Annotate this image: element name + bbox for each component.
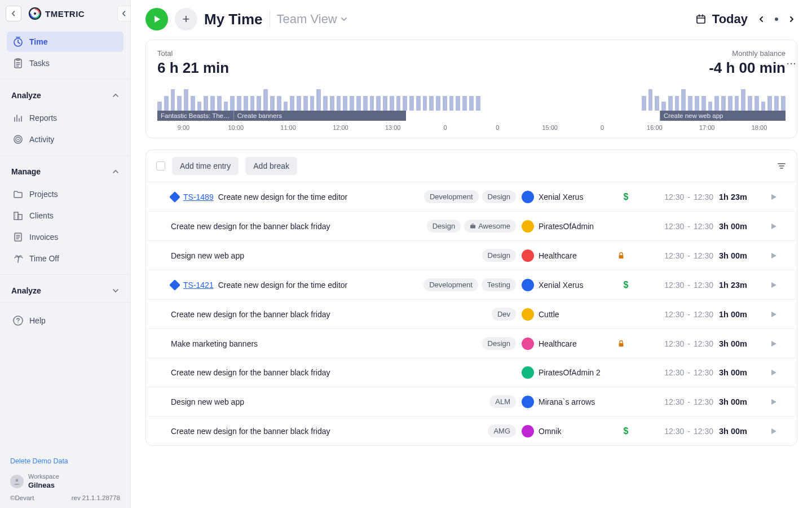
version: rev 21.1.1.28778	[72, 494, 120, 501]
today-label: Today	[712, 12, 748, 27]
entry-play-button[interactable]	[770, 369, 787, 376]
sidebar-item-time[interactable]: Time	[7, 32, 123, 52]
tag[interactable]: Development	[424, 190, 479, 203]
add-button[interactable]: +	[175, 8, 197, 30]
tag[interactable]: Awesome	[464, 220, 516, 233]
back-button[interactable]	[6, 6, 21, 21]
project[interactable]: PiratesOfAdmin 2	[522, 366, 612, 379]
timeline-track[interactable]: Create new web app	[660, 111, 785, 121]
time-range[interactable]: 12:30-12:30	[640, 368, 713, 377]
entry-row[interactable]: Create new design for the banner black f…	[146, 358, 797, 387]
sidebar-item-reports[interactable]: Reports	[7, 108, 123, 128]
svg-rect-14	[697, 16, 705, 23]
entry-row[interactable]: Create new design for the banner black f…	[146, 416, 797, 445]
balance-label: Monthly balance	[709, 49, 785, 58]
select-all-checkbox[interactable]	[156, 161, 165, 170]
project[interactable]: Cuttle	[522, 308, 612, 321]
entry-row[interactable]: Create new design for the banner black f…	[146, 211, 797, 240]
project[interactable]: Mirana`s arrows	[522, 396, 612, 408]
project[interactable]: PiratesOfAdmin	[522, 220, 612, 233]
entry-row[interactable]: TS-1489 Create new design for the time e…	[146, 182, 797, 211]
section-analyze2[interactable]: Analyze	[0, 278, 130, 299]
project-color	[522, 279, 534, 291]
entry-row[interactable]: TS-1421 Create new design for the time e…	[146, 270, 797, 299]
lock-icon	[617, 340, 634, 347]
tags: ALM	[489, 395, 516, 408]
tag[interactable]: Testing	[482, 278, 516, 291]
entry-row[interactable]: Design new web app ALM Mirana`s arrows 1…	[146, 387, 797, 416]
sort-button[interactable]	[776, 161, 787, 171]
project[interactable]: Xenial Xerus	[522, 279, 612, 291]
sidebar-item-projects[interactable]: Projects	[7, 184, 123, 204]
nav-label: Reports	[29, 113, 57, 122]
ticket-link[interactable]: TS-1489	[183, 192, 214, 202]
collapse-sidebar-button[interactable]	[117, 6, 131, 21]
dot-separator	[775, 17, 778, 21]
tag[interactable]: Design	[482, 249, 516, 262]
delete-demo-link[interactable]: Delete Demo Data	[10, 457, 68, 465]
project-color	[522, 366, 534, 379]
entry-row[interactable]: Create new design for the banner black f…	[146, 299, 797, 329]
tag[interactable]: Design	[482, 337, 516, 350]
project[interactable]: Healthcare	[522, 338, 612, 350]
entry-play-button[interactable]	[770, 222, 787, 230]
time-range[interactable]: 12:30-12:30	[640, 310, 713, 319]
entry-play-button[interactable]	[770, 398, 787, 406]
sidebar-item-time-off[interactable]: Time Off	[7, 248, 123, 269]
time-range[interactable]: 12:30-12:30	[640, 251, 713, 260]
section-analyze[interactable]: Analyze	[0, 83, 130, 103]
entry-row[interactable]: Design new web app Design Healthcare 12:…	[146, 240, 797, 270]
entry-play-button[interactable]	[770, 340, 787, 348]
entry-play-button[interactable]	[770, 310, 787, 318]
entry-play-button[interactable]	[770, 427, 787, 435]
ticket-link[interactable]: TS-1421	[183, 281, 214, 290]
time-range[interactable]: 12:30-12:30	[640, 281, 713, 290]
entry-play-button[interactable]	[770, 252, 787, 260]
workspace-selector[interactable]: Workspace Gilneas	[10, 473, 120, 490]
timeline-track[interactable]: Fantastic Beasts: The Crimes...	[157, 111, 233, 121]
entry-title: Design new web app	[171, 397, 244, 406]
time-range[interactable]: 12:30-12:30	[640, 427, 713, 436]
project[interactable]: Healthcare	[522, 249, 612, 262]
tag[interactable]: Dev	[492, 308, 516, 321]
entry-title: Create new design for the banner black f…	[171, 310, 330, 319]
sidebar-item-tasks[interactable]: Tasks	[7, 53, 123, 73]
time-range[interactable]: 12:30-12:30	[640, 397, 713, 406]
add-break-button[interactable]: Add break	[245, 157, 297, 175]
total-block: Total 6 h 21 min	[157, 49, 229, 77]
billable: $	[617, 192, 634, 202]
add-time-entry-button[interactable]: Add time entry	[172, 157, 239, 175]
next-day-button[interactable]	[786, 14, 797, 25]
prev-day-button[interactable]	[756, 14, 767, 25]
main-content: + My Time Team View Today Total 6 h 21 m…	[131, 0, 812, 508]
project[interactable]: Omnik	[522, 425, 612, 437]
entry-row[interactable]: Make marketing banners Design Healthcare…	[146, 329, 797, 358]
timeline-track[interactable]: Create banners	[233, 111, 407, 121]
nav-label: Projects	[29, 190, 58, 199]
team-view-dropdown[interactable]: Team View	[277, 12, 347, 27]
sidebar-item-invoices[interactable]: Invoices	[7, 227, 123, 247]
more-menu-button[interactable]: ···	[783, 56, 800, 72]
tag[interactable]: AMG	[488, 424, 516, 437]
play-icon	[152, 15, 161, 24]
time-range[interactable]: 12:30-12:30	[640, 192, 713, 202]
play-button[interactable]	[145, 8, 168, 30]
entry-play-button[interactable]	[770, 193, 787, 201]
project[interactable]: Xenial Xerus	[522, 191, 612, 203]
time-range[interactable]: 12:30-12:30	[640, 339, 713, 348]
logo: TMETRIC	[28, 7, 85, 20]
sidebar-item-help[interactable]: Help	[7, 310, 123, 331]
tag[interactable]: Design	[427, 220, 461, 233]
entry-title: Create new design for the time editor	[218, 281, 348, 290]
avatar	[10, 475, 24, 488]
entry-play-button[interactable]	[770, 281, 787, 289]
section-manage[interactable]: Manage	[0, 159, 130, 179]
tag[interactable]: ALM	[489, 395, 516, 408]
balance-block: Monthly balance -4 h 00 min	[709, 49, 785, 77]
sidebar-item-activity[interactable]: Activity	[7, 129, 123, 150]
today-button[interactable]: Today	[695, 12, 748, 27]
tag[interactable]: Design	[482, 190, 516, 203]
tag[interactable]: Development	[423, 278, 478, 291]
time-range[interactable]: 12:30-12:30	[640, 222, 713, 231]
sidebar-item-clients[interactable]: Clients	[7, 205, 123, 226]
